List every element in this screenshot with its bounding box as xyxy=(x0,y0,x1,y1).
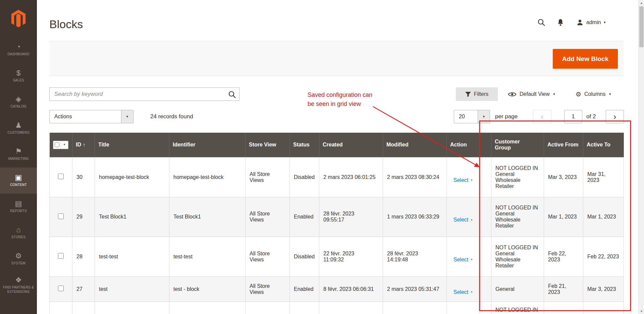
sidebar-menu: ◔ DASHBOARD $ SALES ◈ CATALOG ♟ CUSTOMER… xyxy=(0,37,37,298)
column-header-customer-group[interactable]: Customer Group xyxy=(491,133,544,157)
scroll-down-button[interactable]: ▼ xyxy=(639,308,644,314)
page-title: Blocks xyxy=(49,17,83,31)
scroll-up-button[interactable]: ▲ xyxy=(639,0,644,6)
cell-store-view: All Store Views xyxy=(246,237,290,276)
sidebar-item-content[interactable]: ▣ CONTENT xyxy=(0,168,37,194)
cell-id: 28 xyxy=(72,237,95,276)
chevron-down-icon: ▼ xyxy=(470,258,473,261)
content-icon: ▣ xyxy=(15,174,22,181)
row-checkbox[interactable] xyxy=(58,286,64,291)
column-header-status[interactable]: Status xyxy=(290,133,319,157)
eye-icon xyxy=(508,91,517,97)
column-header-created[interactable]: Created xyxy=(319,133,383,157)
cell-active-to xyxy=(583,302,624,314)
column-header-identifier[interactable]: Identifier xyxy=(169,133,246,157)
customers-icon: ♟ xyxy=(15,122,22,129)
column-header-id[interactable]: ID↑ xyxy=(72,133,95,157)
row-checkbox[interactable] xyxy=(58,253,64,259)
sidebar-item-system[interactable]: ⚙ SYSTEM xyxy=(0,246,37,272)
search-submit-button[interactable] xyxy=(228,90,236,100)
column-header-modified[interactable]: Modified xyxy=(383,133,447,157)
chevron-down-icon: ▼ xyxy=(608,93,611,96)
cell-active-to: Mar 1, 2023 xyxy=(583,197,624,237)
cell-active-from: Feb 21, 2023 xyxy=(544,276,583,302)
cell-store-view: All Store Views xyxy=(246,197,290,237)
notifications-button[interactable] xyxy=(557,18,564,26)
admin-user-name: admin xyxy=(586,19,601,25)
per-page-dropdown[interactable]: 20 ▼ xyxy=(454,110,490,123)
select-action[interactable]: Select▼ xyxy=(453,217,473,223)
magento-logo[interactable] xyxy=(0,0,37,37)
cell-modified xyxy=(383,302,447,314)
sidebar-item-label: FIND PARTNERS & EXTENSIONS xyxy=(0,286,37,294)
admin-user-menu[interactable]: admin ▼ xyxy=(576,19,606,26)
cell-action: Select▼ xyxy=(447,276,480,302)
column-header-active-from[interactable]: Active From xyxy=(544,133,583,157)
search-icon xyxy=(537,18,545,26)
cell-active-to: Feb 22, 2023 xyxy=(583,237,624,276)
select-action[interactable]: Select▼ xyxy=(453,177,473,183)
column-header-active-to[interactable]: Active To xyxy=(583,133,624,157)
row-checkbox[interactable] xyxy=(58,174,64,179)
column-header-title[interactable]: Title xyxy=(95,133,169,157)
vertical-scrollbar: ▲ ▼ xyxy=(638,0,644,314)
cell-title: Test Block1 xyxy=(95,197,169,237)
filters-button[interactable]: Filters xyxy=(456,87,498,101)
grid-header-row: ▼ ID↑ Title Identifier Store View Status… xyxy=(50,133,624,157)
default-view-control[interactable]: Default View ▼ xyxy=(508,87,555,101)
cell-spacer xyxy=(480,197,491,237)
cell-active-from xyxy=(544,302,583,314)
sidebar-item-catalog[interactable]: ◈ CATALOG xyxy=(0,89,37,115)
next-page-button[interactable]: › xyxy=(606,110,624,123)
select-action[interactable]: Select▼ xyxy=(453,289,473,295)
cell-identifier xyxy=(169,302,246,314)
sidebar-item-stores[interactable]: ⌂ STORES xyxy=(0,220,37,246)
sidebar-item-sales[interactable]: $ SALES xyxy=(0,63,37,89)
cell-created: 22 févr. 2023 11:09:32 xyxy=(319,237,383,276)
magento-logo-icon xyxy=(11,10,26,27)
current-page-input[interactable] xyxy=(564,110,582,123)
select-all-checkbox[interactable] xyxy=(55,142,59,147)
cell-store-view: All Store Views xyxy=(246,276,290,302)
cell-customer-group: NOT LOGGED IN General Wholesale Retailer xyxy=(491,197,544,237)
cell-created xyxy=(319,302,383,314)
select-action[interactable]: Select▼ xyxy=(453,257,473,263)
sidebar-item-label: SYSTEM xyxy=(10,261,27,266)
columns-control[interactable]: ⚙ Columns ▼ xyxy=(576,87,611,101)
cell-identifier: test - block xyxy=(169,276,246,302)
cell-action: Select▼ xyxy=(447,237,480,276)
system-icon: ⚙ xyxy=(15,252,22,260)
global-search-button[interactable] xyxy=(537,18,545,26)
actions-dropdown[interactable]: Actions ▼ xyxy=(49,110,133,123)
cell-customer-group: NOT LOGGED IN xyxy=(491,302,544,314)
sidebar-item-find-partners[interactable]: ❖ FIND PARTNERS & EXTENSIONS xyxy=(0,272,37,298)
chevron-down-icon: ▼ xyxy=(470,218,473,222)
scrollbar-thumb[interactable] xyxy=(639,6,644,47)
row-checkbox[interactable] xyxy=(58,213,64,219)
previous-page-button[interactable]: ‹ xyxy=(533,110,551,123)
sidebar-item-dashboard[interactable]: ◔ DASHBOARD xyxy=(0,37,37,63)
search-input[interactable] xyxy=(50,88,239,101)
sidebar-item-reports[interactable]: ▤ REPORTS xyxy=(0,194,37,220)
column-header-store-view[interactable]: Store View xyxy=(246,133,290,157)
add-new-block-button[interactable]: Add New Block xyxy=(553,49,618,69)
cell-modified: 28 févr. 2023 14:19:48 xyxy=(383,237,447,276)
cell-store-view: All Store Views xyxy=(246,157,290,197)
reports-icon: ▤ xyxy=(15,200,22,207)
annotation-note: Saved configuration can be seen in grid … xyxy=(308,90,372,109)
cell-status: Disabled xyxy=(290,237,319,276)
cell-title: test-test xyxy=(95,237,169,276)
sidebar-item-label: CUSTOMERS xyxy=(6,131,31,135)
sidebar-item-marketing[interactable]: ⚑ MARKETING xyxy=(0,141,37,168)
table-row: 29 Test Block1 Test Block1 All Store Vie… xyxy=(50,197,624,237)
column-header-action[interactable]: Action xyxy=(447,133,480,157)
select-all-options-button[interactable]: ▼ xyxy=(61,141,68,149)
sidebar-item-label: REPORTS xyxy=(9,209,28,213)
table-row: NOT LOGGED IN xyxy=(50,302,624,314)
chevron-down-icon: ▼ xyxy=(603,21,606,24)
sidebar-item-customers[interactable]: ♟ CUSTOMERS xyxy=(0,115,37,141)
cell-action: Select▼ xyxy=(447,157,480,197)
dashboard-icon: ◔ xyxy=(16,43,20,51)
filter-funnel-icon xyxy=(465,91,471,97)
cell-checkbox xyxy=(50,276,72,302)
